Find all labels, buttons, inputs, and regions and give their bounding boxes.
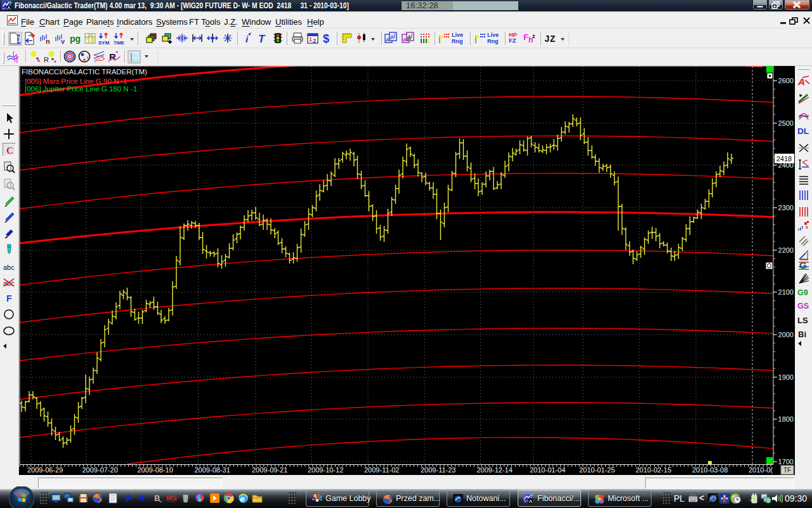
svg-text:2009-08-10: 2009-08-10 [138, 466, 173, 474]
svg-text:s: s [806, 225, 808, 229]
svg-text:R: R [109, 51, 116, 62]
svg-text:FIBONACCI/GALACTIC TRADER(TM): FIBONACCI/GALACTIC TRADER(TM) [22, 68, 147, 76]
svg-text:2010-01-04: 2010-01-04 [530, 466, 565, 474]
svg-text:TF: TF [783, 467, 791, 474]
svg-text:2009-08-31: 2009-08-31 [195, 466, 230, 474]
svg-text:2010-0(: 2010-0( [749, 466, 773, 474]
svg-text:pg: pg [70, 34, 81, 44]
svg-text:2010-02-15: 2010-02-15 [636, 466, 671, 474]
svg-text:F: F [6, 293, 12, 304]
svg-text:R: R [44, 56, 49, 64]
svg-text:GS: GS [797, 302, 809, 311]
svg-text:2009-11-23: 2009-11-23 [421, 466, 455, 474]
svg-text:2009-12-14: 2009-12-14 [477, 466, 513, 474]
svg-text:2: 2 [313, 37, 316, 44]
svg-text:MS: MS [166, 494, 177, 502]
svg-text:$: $ [323, 32, 329, 45]
svg-text:2009-09-21: 2009-09-21 [252, 466, 287, 474]
svg-text:v: v [61, 37, 65, 45]
svg-text:[006] Jupiter Price Line G 180: [006] Jupiter Price Line G 180 N -1 [25, 85, 137, 93]
svg-text:C: C [6, 145, 13, 156]
svg-text:2010-01-25: 2010-01-25 [579, 466, 615, 474]
svg-text:n: n [46, 37, 50, 45]
svg-text:[005] Mars Price Line G 90 N -: [005] Mars Price Line G 90 N -1 [25, 77, 128, 85]
svg-text:F: F [523, 32, 528, 42]
svg-text:A: A [797, 76, 805, 87]
svg-text:W: W [17, 41, 21, 45]
svg-text:TIME: TIME [114, 41, 124, 45]
svg-text:T: T [258, 33, 266, 45]
svg-text:2009-11-02: 2009-11-02 [364, 466, 399, 474]
svg-text:2009-07-20: 2009-07-20 [82, 466, 118, 474]
svg-text:2200: 2200 [778, 246, 794, 254]
svg-text:LS: LS [797, 316, 808, 325]
svg-text:DL: DL [797, 126, 809, 136]
svg-text:Bi: Bi [798, 330, 806, 339]
svg-text:SYM: SYM [98, 40, 110, 46]
svg-text:G9: G9 [797, 288, 808, 297]
svg-text:1700: 1700 [778, 458, 794, 465]
svg-text:2418: 2418 [776, 155, 792, 163]
svg-text:2500: 2500 [778, 119, 794, 127]
svg-text:i: i [246, 34, 249, 44]
svg-text:2300: 2300 [778, 204, 794, 211]
svg-text:abc: abc [3, 264, 15, 271]
svg-text:2100: 2100 [778, 288, 794, 296]
svg-text:1: 1 [309, 36, 312, 43]
svg-text:JZ: JZ [544, 34, 556, 44]
svg-text:1800: 1800 [778, 415, 794, 423]
svg-text:2009-10-12: 2009-10-12 [308, 466, 343, 474]
svg-text:2000: 2000 [778, 331, 794, 338]
svg-text:1900: 1900 [778, 373, 794, 381]
svg-text:z: z [532, 33, 535, 39]
svg-text:2010-03-08: 2010-03-08 [692, 466, 728, 474]
svg-text:2600: 2600 [778, 77, 794, 84]
svg-text:2009-06-29: 2009-06-29 [27, 466, 63, 474]
